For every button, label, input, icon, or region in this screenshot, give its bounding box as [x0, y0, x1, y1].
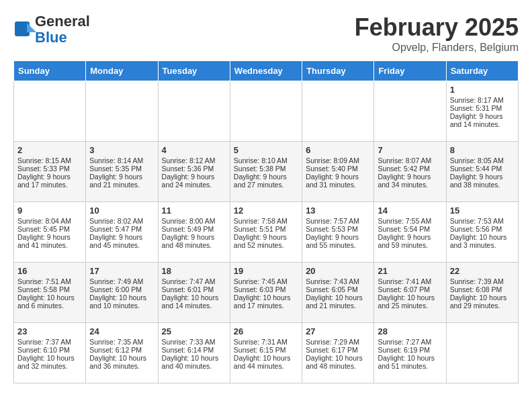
day-number: 2	[17, 145, 82, 155]
location: Opvelp, Flanders, Belgium	[355, 42, 519, 54]
day-number: 17	[89, 266, 154, 276]
calendar-cell: 17Sunrise: 7:49 AMSunset: 6:00 PMDayligh…	[86, 263, 158, 323]
header-day-monday: Monday	[86, 61, 158, 81]
header-day-friday: Friday	[374, 61, 446, 81]
day-info: Daylight: 10 hours and 14 minutes.	[162, 293, 226, 310]
day-info: Sunset: 5:58 PM	[17, 285, 82, 293]
day-info: Sunrise: 7:35 AM	[89, 338, 154, 346]
calendar-cell	[446, 323, 518, 383]
day-info: Sunset: 5:33 PM	[17, 165, 82, 173]
day-info: Sunrise: 7:57 AM	[306, 217, 370, 225]
calendar-cell: 16Sunrise: 7:51 AMSunset: 5:58 PMDayligh…	[14, 263, 86, 323]
day-info: Sunrise: 7:31 AM	[234, 338, 298, 346]
calendar-cell: 14Sunrise: 7:55 AMSunset: 5:54 PMDayligh…	[374, 202, 446, 263]
calendar-cell: 13Sunrise: 7:57 AMSunset: 5:53 PMDayligh…	[302, 202, 374, 263]
day-info: Sunset: 5:44 PM	[450, 165, 515, 173]
calendar-cell: 8Sunrise: 8:05 AMSunset: 5:44 PMDaylight…	[446, 142, 518, 202]
day-info: Daylight: 10 hours and 17 minutes.	[234, 293, 298, 310]
day-number: 20	[306, 266, 370, 276]
day-info: Sunset: 5:40 PM	[306, 165, 370, 173]
svg-marker-1	[27, 23, 36, 32]
day-info: Sunrise: 7:51 AM	[17, 277, 82, 285]
day-info: Sunrise: 8:12 AM	[162, 156, 226, 165]
day-info: Daylight: 9 hours and 48 minutes.	[162, 233, 226, 249]
day-info: Sunset: 5:56 PM	[450, 225, 515, 233]
calendar-cell: 1Sunrise: 8:17 AMSunset: 5:31 PMDaylight…	[446, 81, 518, 142]
day-number: 6	[306, 145, 370, 155]
calendar-body: 1Sunrise: 8:17 AMSunset: 5:31 PMDaylight…	[14, 81, 519, 383]
day-info: Daylight: 9 hours and 59 minutes.	[378, 233, 442, 249]
calendar-cell: 26Sunrise: 7:31 AMSunset: 6:15 PMDayligh…	[230, 323, 302, 383]
week-row-2: 9Sunrise: 8:04 AMSunset: 5:45 PMDaylight…	[14, 202, 519, 263]
day-info: Sunset: 6:00 PM	[89, 285, 154, 293]
day-info: Daylight: 10 hours and 51 minutes.	[378, 354, 442, 370]
day-info: Sunset: 6:12 PM	[89, 346, 154, 354]
day-info: Sunrise: 7:27 AM	[378, 338, 442, 346]
day-number: 4	[162, 145, 226, 155]
calendar-cell: 22Sunrise: 7:39 AMSunset: 6:08 PMDayligh…	[446, 263, 518, 323]
calendar-cell	[14, 81, 86, 142]
day-number: 23	[17, 326, 82, 336]
day-info: Sunset: 6:17 PM	[306, 346, 370, 354]
header-day-sunday: Sunday	[14, 61, 86, 81]
day-info: Sunrise: 8:07 AM	[378, 156, 442, 165]
calendar-cell: 12Sunrise: 7:58 AMSunset: 5:51 PMDayligh…	[230, 202, 302, 263]
week-row-0: 1Sunrise: 8:17 AMSunset: 5:31 PMDaylight…	[14, 81, 519, 142]
day-number: 26	[234, 326, 298, 336]
calendar-cell: 7Sunrise: 8:07 AMSunset: 5:42 PMDaylight…	[374, 142, 446, 202]
day-info: Sunrise: 7:43 AM	[306, 277, 370, 285]
day-info: Daylight: 10 hours and 3 minutes.	[450, 233, 515, 249]
calendar-cell: 11Sunrise: 8:00 AMSunset: 5:49 PMDayligh…	[158, 202, 230, 263]
day-info: Daylight: 10 hours and 40 minutes.	[162, 354, 226, 370]
day-info: Sunrise: 7:47 AM	[162, 277, 226, 285]
day-info: Daylight: 9 hours and 27 minutes.	[234, 173, 298, 189]
day-info: Sunrise: 8:09 AM	[306, 156, 370, 165]
day-info: Sunrise: 8:10 AM	[234, 156, 298, 165]
day-number: 14	[378, 205, 442, 216]
day-info: Sunset: 6:10 PM	[17, 346, 82, 354]
day-number: 15	[450, 205, 515, 216]
day-info: Sunrise: 8:04 AM	[17, 217, 82, 225]
day-info: Sunset: 6:01 PM	[162, 285, 226, 293]
day-info: Sunrise: 8:00 AM	[162, 217, 226, 225]
calendar-cell: 6Sunrise: 8:09 AMSunset: 5:40 PMDaylight…	[302, 142, 374, 202]
day-number: 8	[450, 145, 515, 155]
day-info: Sunrise: 8:15 AM	[17, 156, 82, 165]
day-info: Daylight: 10 hours and 6 minutes.	[17, 293, 82, 310]
header-day-thursday: Thursday	[302, 61, 374, 81]
day-number: 18	[162, 266, 226, 276]
day-number: 19	[234, 266, 298, 276]
day-number: 9	[17, 205, 82, 216]
calendar-cell: 25Sunrise: 7:33 AMSunset: 6:14 PMDayligh…	[158, 323, 230, 383]
day-info: Daylight: 10 hours and 10 minutes.	[89, 293, 154, 310]
day-info: Sunrise: 8:02 AM	[89, 217, 154, 225]
calendar-cell: 10Sunrise: 8:02 AMSunset: 5:47 PMDayligh…	[86, 202, 158, 263]
day-info: Sunrise: 7:58 AM	[234, 217, 298, 225]
day-number: 7	[378, 145, 442, 155]
day-info: Sunset: 5:51 PM	[234, 225, 298, 233]
calendar-cell: 27Sunrise: 7:29 AMSunset: 6:17 PMDayligh…	[302, 323, 374, 383]
day-number: 22	[450, 266, 515, 276]
day-info: Sunrise: 7:53 AM	[450, 217, 515, 225]
day-info: Sunrise: 8:14 AM	[89, 156, 154, 165]
calendar-cell: 20Sunrise: 7:43 AMSunset: 6:05 PMDayligh…	[302, 263, 374, 323]
day-info: Sunset: 6:08 PM	[450, 285, 515, 293]
day-number: 21	[378, 266, 442, 276]
day-info: Sunrise: 7:41 AM	[378, 277, 442, 285]
calendar-cell: 2Sunrise: 8:15 AMSunset: 5:33 PMDaylight…	[14, 142, 86, 202]
day-number: 5	[234, 145, 298, 155]
day-number: 1	[450, 85, 515, 95]
day-info: Sunset: 6:05 PM	[306, 285, 370, 293]
header-day-tuesday: Tuesday	[158, 61, 230, 81]
week-row-1: 2Sunrise: 8:15 AMSunset: 5:33 PMDaylight…	[14, 142, 519, 202]
day-number: 25	[162, 326, 226, 336]
day-info: Daylight: 9 hours and 45 minutes.	[89, 233, 154, 249]
day-info: Daylight: 10 hours and 44 minutes.	[234, 354, 298, 370]
day-info: Sunset: 6:14 PM	[162, 346, 226, 354]
title-block: February 2025 Opvelp, Flanders, Belgium	[355, 13, 519, 54]
day-number: 24	[89, 326, 154, 336]
calendar-cell	[158, 81, 230, 142]
day-info: Sunset: 5:35 PM	[89, 165, 154, 173]
day-info: Daylight: 9 hours and 52 minutes.	[234, 233, 298, 249]
calendar-cell	[230, 81, 302, 142]
